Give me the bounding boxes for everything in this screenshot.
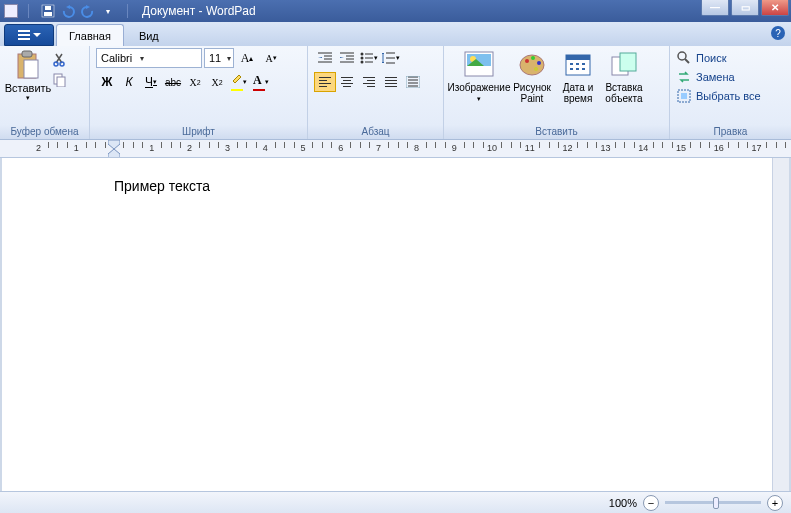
svg-point-26 [678,52,686,60]
group-paragraph: ▾ ▾ Абзац [308,46,444,139]
paragraph-dialog-button[interactable] [402,72,424,92]
line-spacing-button[interactable]: ▾ [380,48,402,68]
svg-rect-4 [22,51,32,57]
cut-button[interactable] [52,52,68,68]
indent-decrease-button[interactable] [314,48,336,68]
select-all-icon [676,88,692,104]
strike-button[interactable]: abc [162,72,184,92]
ruler-number: 9 [452,143,457,153]
ribbon: Вставить ▾ Буфер обмена Calibri▾ 11 [0,46,791,140]
svg-point-19 [531,56,535,60]
font-size-combo[interactable]: 11▾ [204,48,234,68]
find-label: Поиск [696,52,726,64]
insert-image-button[interactable]: Изображение▾ [450,48,508,104]
maximize-button[interactable]: ▭ [731,0,759,16]
help-button[interactable]: ? [771,26,785,40]
ruler[interactable]: 211234567891011121314151617 [0,140,791,158]
tab-view[interactable]: Вид [126,24,172,46]
ruler-number: 6 [338,143,343,153]
document-text[interactable]: Пример текста [2,158,789,194]
align-right-button[interactable] [358,72,380,92]
ruler-number: 2 [36,143,41,153]
highlight-icon [231,73,243,91]
ruler-number: 3 [225,143,230,153]
find-button[interactable]: Поиск [676,50,761,66]
grow-font-button[interactable]: A▴ [236,48,258,68]
file-menu-button[interactable] [4,24,54,46]
ruler-number: 17 [752,143,762,153]
titlebar: ▾ Документ - WordPad — ▭ ✕ [0,0,791,22]
indent-increase-button[interactable] [336,48,358,68]
svg-point-6 [54,62,58,66]
ruler-number: 13 [600,143,610,153]
qat-customize[interactable]: ▾ [99,2,117,20]
ribbon-tabs: Главная Вид ? [0,22,791,46]
zoom-slider[interactable] [665,501,761,504]
copy-button[interactable] [52,72,68,88]
undo-button[interactable] [59,2,77,20]
zoom-out-button[interactable]: − [643,495,659,511]
ruler-number: 5 [300,143,305,153]
svg-rect-5 [24,60,38,78]
ruler-number: 7 [376,143,381,153]
replace-button[interactable]: Замена [676,69,761,85]
zoom-slider-thumb[interactable] [713,497,719,509]
ruler-number: 1 [149,143,154,153]
highlight-button[interactable]: ▾ [228,72,250,92]
ruler-number: 8 [414,143,419,153]
replace-label: Замена [696,71,735,83]
align-center-button[interactable] [336,72,358,92]
zoom-in-button[interactable]: + [767,495,783,511]
paste-label: Вставить [5,82,52,94]
select-all-label: Выбрать все [696,90,761,102]
insert-paint-button[interactable]: Рисунок Paint [508,48,556,104]
italic-button[interactable]: К [118,72,140,92]
hanging-indent-marker[interactable] [108,149,120,158]
insert-paint-label: Рисунок Paint [508,82,556,104]
vertical-scrollbar[interactable] [772,158,789,491]
status-bar: 100% − + [0,491,791,513]
tab-home[interactable]: Главная [56,24,124,46]
save-button[interactable] [39,2,57,20]
find-icon [676,50,692,66]
align-justify-button[interactable] [380,72,402,92]
redo-button[interactable] [79,2,97,20]
quick-access-toolbar: ▾ [39,2,117,20]
insert-datetime-button[interactable]: Дата и время [556,48,600,104]
font-color-button[interactable]: A▾ [250,72,272,92]
group-insert: Изображение▾ Рисунок Paint Дата и время … [444,46,670,139]
document-area[interactable]: Пример текста [2,158,789,491]
image-icon [463,48,495,80]
insert-image-label: Изображение [448,82,511,93]
minimize-button[interactable]: — [701,0,729,16]
align-left-button[interactable] [314,72,336,92]
object-icon [608,48,640,80]
ruler-number: 10 [487,143,497,153]
font-name-combo[interactable]: Calibri▾ [96,48,202,68]
subscript-button[interactable]: X2 [184,72,206,92]
group-editing: Поиск Замена Выбрать все Правка [670,46,791,139]
app-icon [4,4,18,18]
group-font: Calibri▾ 11▾ A▴ A▾ Ж К Ч▾ abc X2 X2 ▾ [90,46,308,139]
superscript-button[interactable]: X2 [206,72,228,92]
zoom-percent: 100% [609,497,637,509]
ruler-number: 11 [525,143,535,153]
select-all-button[interactable]: Выбрать все [676,88,761,104]
ruler-number: 15 [676,143,686,153]
bold-button[interactable]: Ж [96,72,118,92]
bullet-list-button[interactable]: ▾ [358,48,380,68]
group-paragraph-label: Абзац [314,126,437,138]
svg-rect-9 [57,77,65,87]
close-button[interactable]: ✕ [761,0,789,16]
underline-button[interactable]: Ч▾ [140,72,162,92]
svg-point-20 [537,61,541,65]
shrink-font-button[interactable]: A▾ [260,48,282,68]
svg-point-18 [525,59,529,63]
svg-point-11 [361,57,364,60]
paste-button[interactable]: Вставить ▾ [6,48,50,102]
datetime-icon [562,48,594,80]
svg-point-12 [361,61,364,64]
insert-object-button[interactable]: Вставка объекта [600,48,648,104]
font-size-value: 11 [205,52,225,64]
svg-point-21 [534,67,538,71]
